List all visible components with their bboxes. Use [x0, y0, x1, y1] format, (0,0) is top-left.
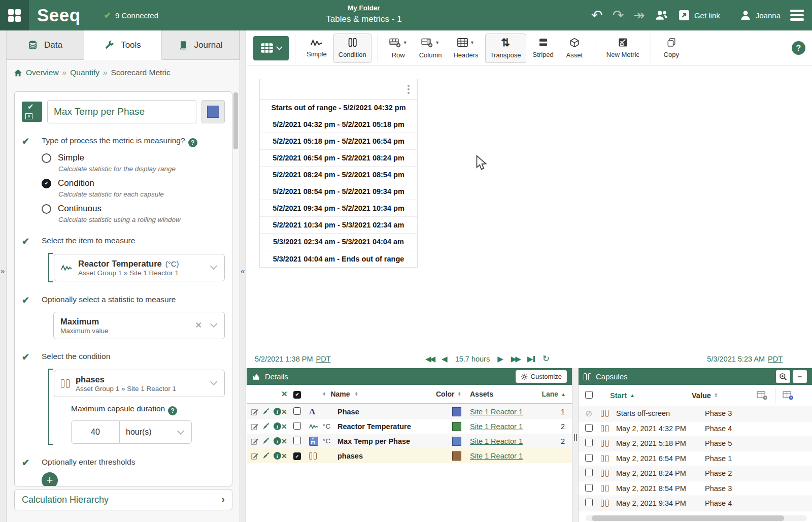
step-forward-icon[interactable]: ▶ — [497, 355, 503, 363]
sidebar-scrollbar-thumb[interactable] — [233, 92, 238, 149]
column-value-header[interactable]: Value — [692, 392, 711, 400]
users-icon[interactable] — [655, 9, 668, 21]
breadcrumb-quantify[interactable]: Quantify — [70, 68, 99, 77]
item-to-measure-select[interactable]: Reactor Temperature(°C) Asset Group 1 » … — [54, 254, 225, 281]
remove-item-icon[interactable]: ✕ — [281, 437, 293, 445]
sort-icon[interactable]: ▲▼ — [458, 392, 461, 397]
toolbar-new-metric-button[interactable]: New Metric — [601, 34, 645, 63]
process-type-radio[interactable]: Condition — [42, 178, 225, 188]
item-name[interactable]: Max Temp per Phase — [337, 437, 423, 445]
capsule-start[interactable]: May 2, 2021 9:34 PM — [616, 499, 705, 507]
duration-label[interactable]: 15.7 hours — [455, 355, 490, 363]
capsule-value[interactable]: Phase 4 — [705, 499, 812, 507]
process-type-radio[interactable]: Continuous — [42, 204, 225, 214]
max-capsule-duration-input[interactable] — [71, 420, 120, 444]
capsule-start[interactable]: May 2, 2021 8:54 PM — [616, 484, 705, 493]
capsule-checkbox[interactable] — [585, 439, 593, 446]
toolbar-row-button[interactable]: ▼ Row — [384, 34, 413, 63]
clear-statistic-icon[interactable]: ✕ — [195, 320, 202, 330]
sort-icon[interactable]: ▲▼ — [714, 393, 718, 398]
toolbar-striped-button[interactable]: Striped — [528, 34, 559, 63]
toolbar-simple-button[interactable]: Simple — [301, 34, 332, 63]
add-property-column-button[interactable] — [777, 390, 799, 400]
refresh-icon[interactable]: ↻ — [543, 354, 550, 363]
view-selector-button[interactable] — [253, 36, 289, 60]
capsule-start[interactable]: May 2, 2021 8:24 PM — [616, 469, 705, 477]
expand-panel-icon[interactable]: » — [1, 267, 5, 275]
metric-color-button[interactable] — [201, 100, 225, 123]
capsule-start[interactable]: May 2, 2021 4:32 PM — [616, 425, 705, 433]
tab-journal[interactable]: Journal — [162, 30, 240, 60]
capsule-range-row[interactable]: 5/2/2021 06:54 pm - 5/2/2021 08:24 pm — [260, 150, 417, 167]
toolbar-column-button[interactable]: ▼ Column — [414, 34, 447, 63]
row-checkbox[interactable] — [293, 422, 301, 430]
capsule-range-row[interactable]: 5/2/2021 10:34 pm - 5/3/2021 02:34 am — [260, 217, 417, 234]
condition-select[interactable]: phases Asset Group 1 » Site 1 Reactor 1 — [54, 370, 225, 397]
panel-resize-divider[interactable] — [572, 368, 579, 522]
row-checkbox[interactable] — [293, 407, 301, 415]
capsule-checkbox[interactable] — [585, 424, 593, 432]
sort-icon[interactable]: ▲▼ — [322, 392, 326, 397]
capsule-range-row[interactable]: 5/3/2021 04:04 am - Ends out of range — [260, 250, 417, 267]
undo-icon[interactable]: ↶ — [591, 9, 603, 22]
step-to-end-icon[interactable]: ▶ — [527, 355, 535, 363]
capsule-range-row[interactable]: 5/2/2021 09:34 pm - 5/2/2021 10:34 pm — [260, 200, 417, 217]
add-threshold-button[interactable]: + — [42, 472, 58, 486]
row-checkbox[interactable] — [293, 437, 301, 444]
column-color-header[interactable]: Color — [436, 390, 455, 398]
column-menu-icon[interactable] — [408, 85, 410, 94]
row-checkbox[interactable] — [293, 452, 301, 460]
toolbar-copy-button[interactable]: Copy — [657, 34, 686, 63]
collapse-sidebar-icon[interactable]: « — [241, 267, 245, 275]
item-name[interactable]: Reactor Temperature — [337, 422, 423, 431]
timezone-link[interactable]: PDT — [316, 355, 330, 363]
calculation-hierarchy-bar[interactable]: Calculation Hierarchy › — [14, 489, 232, 510]
capsule-checkbox[interactable] — [585, 469, 593, 476]
column-name-header[interactable]: Name — [330, 390, 350, 398]
item-name[interactable]: Phase — [337, 408, 423, 416]
capsule-value[interactable]: Phase 3 — [705, 484, 812, 493]
capsule-value[interactable]: Phase 3 — [705, 409, 812, 417]
select-all-capsules-checkbox[interactable] — [585, 391, 593, 399]
capsule-range-row[interactable]: 5/2/2021 08:54 pm - 5/2/2021 09:34 pm — [260, 183, 417, 200]
capsule-start[interactable]: Starts off-screen — [616, 409, 705, 417]
sort-ascending-icon[interactable]: ▲ — [561, 392, 566, 397]
statistic-select[interactable]: Maximum Maximum value ✕ — [53, 312, 225, 339]
user-menu[interactable]: Joanna — [740, 10, 781, 21]
select-all-checkbox[interactable] — [293, 391, 301, 399]
column-lane-header[interactable]: Lane — [542, 390, 558, 398]
asset-link[interactable]: Site 1 Reactor 1 — [470, 452, 523, 460]
capsule-range-row[interactable]: Starts out of range - 5/2/2021 04:32 pm — [260, 100, 417, 116]
horizontal-scrollbar-thumb[interactable] — [592, 515, 784, 521]
item-name[interactable]: phases — [337, 452, 423, 460]
sort-icon[interactable]: ▲▼ — [355, 392, 358, 397]
step-back-icon[interactable]: ◀ — [442, 355, 448, 363]
customize-button[interactable]: Customize — [516, 370, 567, 383]
capsule-checkbox[interactable] — [585, 499, 593, 506]
connections-status[interactable]: ✔ 9 Connected — [104, 10, 158, 21]
toolbar-headers-button[interactable]: ▼ Headers — [448, 34, 483, 63]
capsule-value[interactable]: Phase 4 — [705, 425, 812, 433]
capsule-range-row[interactable]: 5/2/2021 08:24 pm - 5/2/2021 08:54 pm — [260, 167, 417, 183]
column-assets-header[interactable]: Assets — [461, 390, 538, 398]
color-swatch[interactable] — [452, 407, 461, 416]
capsule-value[interactable]: Phase 5 — [705, 439, 812, 447]
zoom-to-capsule-button[interactable] — [776, 370, 790, 383]
redo-icon[interactable]: ↷ — [613, 9, 624, 22]
duration-unit-select[interactable]: hour(s) — [120, 420, 192, 444]
process-type-radio[interactable]: Simple — [42, 153, 225, 163]
toolbar-transpose-button[interactable]: ⇅ Transpose — [485, 34, 526, 63]
capsule-range-row[interactable]: 5/2/2021 04:32 pm - 5/2/2021 05:18 pm — [260, 116, 417, 133]
app-launcher-button[interactable] — [0, 0, 29, 30]
range-start[interactable]: 5/2/2021 1:38 PMPDT — [255, 355, 330, 363]
remove-item-icon[interactable]: ✕ — [281, 422, 293, 431]
capsule-value[interactable]: Phase 1 — [705, 454, 812, 463]
help-icon[interactable]: ? — [168, 406, 177, 415]
hamburger-menu-icon[interactable] — [790, 8, 804, 23]
toolbar-asset-button[interactable]: Asset — [560, 34, 589, 63]
folder-link[interactable]: My Folder — [348, 4, 380, 12]
add-stat-column-button[interactable] — [752, 390, 773, 400]
capsule-value[interactable]: Phase 2 — [705, 469, 812, 477]
color-swatch[interactable] — [452, 422, 461, 431]
toolbar-condition-button[interactable]: Condition — [333, 34, 371, 63]
